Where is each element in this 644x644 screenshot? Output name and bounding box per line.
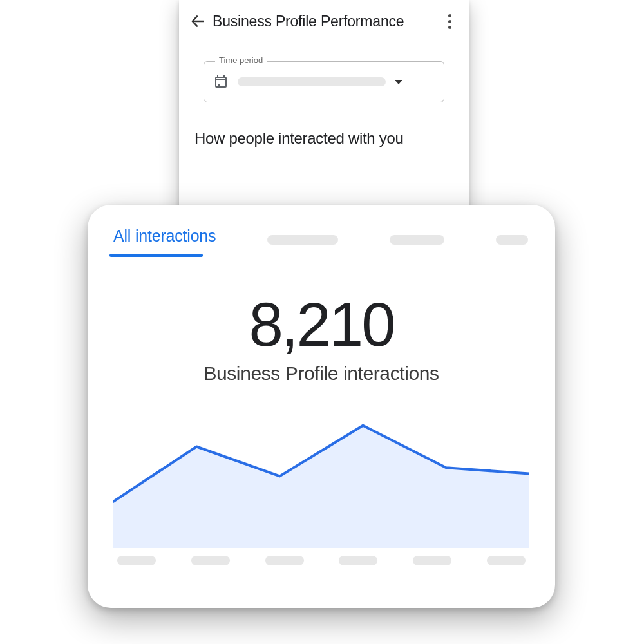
tab-placeholder[interactable] — [267, 235, 338, 245]
calendar-icon — [213, 74, 229, 90]
interactions-card: All interactions 8,210 Business Profile … — [88, 205, 555, 608]
page-title: Business Profile Performance — [213, 13, 442, 30]
tab-all-interactions[interactable]: All interactions — [113, 227, 216, 253]
axis-tick-placeholder — [265, 556, 304, 565]
back-arrow-icon[interactable] — [188, 12, 207, 31]
time-period-field[interactable]: Time period — [204, 61, 444, 102]
kpi-label: Business Profile interactions — [113, 363, 529, 384]
chevron-down-icon — [395, 80, 402, 84]
tabs-row: All interactions — [113, 227, 529, 253]
tab-placeholder[interactable] — [496, 235, 528, 245]
tab-active-indicator — [109, 254, 203, 257]
interactions-chart — [113, 413, 529, 548]
section-heading: How people interacted with you — [194, 129, 453, 147]
axis-tick-placeholder — [339, 556, 377, 565]
phone-header: Business Profile Performance — [179, 0, 469, 44]
kpi-block: 8,210 Business Profile interactions — [113, 289, 529, 384]
more-menu-icon[interactable] — [442, 12, 457, 31]
tab-placeholder[interactable] — [390, 235, 444, 245]
tab-label: All interactions — [113, 227, 216, 245]
time-period-label: Time period — [215, 55, 267, 65]
axis-tick-placeholder — [191, 556, 230, 565]
axis-tick-placeholder — [413, 556, 451, 565]
axis-tick-placeholder — [487, 556, 526, 565]
time-period-value-placeholder — [238, 77, 386, 86]
axis-tick-placeholder — [117, 556, 156, 565]
x-axis-placeholders — [113, 556, 529, 565]
kpi-value: 8,210 — [113, 289, 529, 360]
